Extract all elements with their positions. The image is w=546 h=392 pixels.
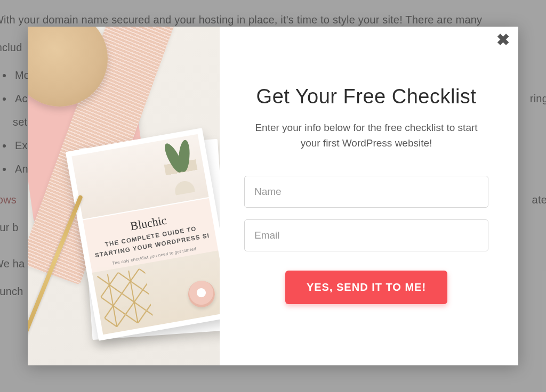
modal-overlay[interactable]: ✖ Bluchic THE COMPLETE GUIDE TO STARTING…: [0, 0, 546, 392]
guide-card-graphic: Bluchic THE COMPLETE GUIDE TO STARTING Y…: [66, 128, 220, 341]
modal-subheadline: Enter your info below for the free check…: [244, 120, 488, 151]
name-input[interactable]: [244, 176, 488, 208]
modal-headline: Get Your Free Checklist: [244, 85, 488, 108]
modal-form: Get Your Free Checklist Enter your info …: [220, 27, 518, 365]
submit-button[interactable]: YES, SEND IT TO ME!: [285, 271, 447, 304]
lead-magnet-modal: ✖ Bluchic THE COMPLETE GUIDE TO STARTING…: [28, 27, 518, 365]
modal-hero-image: Bluchic THE COMPLETE GUIDE TO STARTING Y…: [28, 27, 220, 365]
close-icon[interactable]: ✖: [496, 32, 510, 48]
email-input[interactable]: [244, 219, 488, 251]
